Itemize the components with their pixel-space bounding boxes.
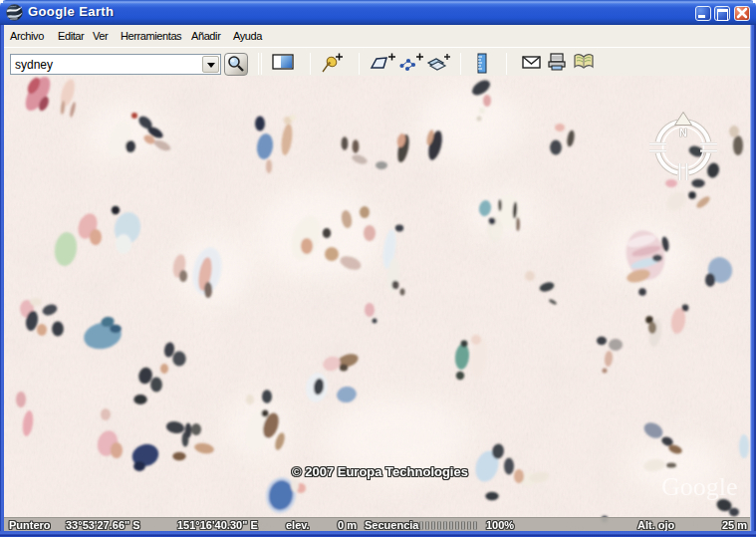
svg-text:N: N bbox=[679, 127, 687, 138]
